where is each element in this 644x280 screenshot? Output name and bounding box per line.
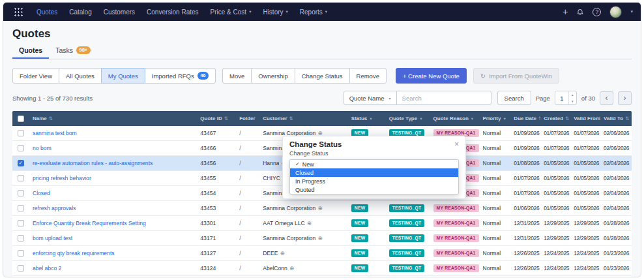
dropdown-option-closed[interactable]: Closed [290, 168, 458, 177]
column-header-name[interactable]: Name⇅ [29, 111, 197, 126]
row-checkbox[interactable]: ✓ [18, 160, 24, 166]
imported-rfqs-button[interactable]: Imported RFQs 46 [145, 68, 216, 84]
globe-icon[interactable]: ⊕ [307, 220, 312, 226]
column-header-valid-to[interactable]: Valid To⇅ [600, 111, 632, 126]
nav-item-reports[interactable]: Reports▾ [294, 3, 333, 21]
table-row[interactable]: abel abco 243124/AbelConn⊕NEWTESTING_QTM… [12, 261, 632, 276]
create-new-quote-button[interactable]: + Create New Quote [396, 68, 467, 84]
globe-icon[interactable]: ⊕ [280, 250, 285, 257]
column-header-customer[interactable]: Customer⇅ [259, 111, 348, 126]
next-page-button[interactable]: › [618, 91, 632, 105]
page-number-box[interactable]: ▴ ▾ [555, 91, 577, 105]
sort-icon[interactable]: ⇅ [224, 116, 228, 121]
dropdown-option-new[interactable]: ✓New [290, 160, 458, 168]
column-header-created[interactable]: Created⇅ [540, 111, 570, 126]
quote-name-link[interactable]: enforcing qty break requirements [33, 250, 115, 257]
row-checkbox[interactable] [18, 145, 24, 151]
quote-name-link[interactable]: pricing refresh behavior [33, 175, 91, 181]
quote-id-cell: 43127 [197, 246, 236, 260]
sort-icon[interactable]: ⇅ [625, 116, 629, 121]
step-up-icon[interactable]: ▴ [569, 91, 576, 98]
nav-item-catalog[interactable]: Catalog [63, 3, 97, 21]
filter-icon[interactable]: ▼ [369, 117, 372, 121]
quote-name-link[interactable]: refresh approvals [33, 205, 76, 211]
import-quotewin-button[interactable]: ↻ Import From QuoteWin [473, 68, 559, 84]
quote-name-link[interactable]: bom upload test [33, 235, 72, 241]
row-checkbox[interactable] [18, 175, 24, 181]
row-checkbox[interactable] [18, 235, 24, 241]
checkbox-cell [12, 171, 29, 185]
table-row[interactable]: bom upload test43171/Sanmina Corporation… [12, 231, 632, 246]
change-status-button[interactable]: Change Status [295, 68, 350, 84]
nav-item-conversion-rates[interactable]: Conversion Rates [141, 3, 204, 21]
globe-icon[interactable]: ⊕ [289, 265, 294, 272]
row-checkbox[interactable] [18, 205, 24, 211]
move-button[interactable]: Move [222, 68, 252, 84]
quote-name-link[interactable]: re-evaluate automation rules - auto-assi… [33, 160, 153, 166]
page-input[interactable] [555, 91, 568, 104]
action-button-group: Move Ownership Change Status Remove [222, 68, 387, 84]
main-nav: QuotesCatalogCustomersConversion RatesPr… [31, 3, 333, 21]
page-stepper[interactable]: ▴ ▾ [568, 91, 576, 104]
row-checkbox[interactable] [18, 250, 24, 257]
nav-item-price-cost[interactable]: Price & Cost▾ [205, 3, 257, 21]
close-icon[interactable]: × [454, 140, 459, 148]
select-all-checkbox[interactable] [18, 116, 24, 122]
globe-icon[interactable]: ⊕ [317, 235, 322, 241]
row-checkbox[interactable] [18, 265, 24, 272]
row-checkbox[interactable] [18, 190, 24, 196]
table-row[interactable]: abel abco 143123/AbelConn⊕NEWTESTING_QTM… [12, 276, 632, 277]
globe-icon[interactable]: ⊕ [317, 205, 322, 211]
column-header-status[interactable]: Status▼ [348, 111, 386, 126]
sort-icon[interactable]: ⇅ [565, 116, 569, 121]
filter-icon[interactable]: ▼ [419, 117, 422, 121]
folder-view-button[interactable]: Folder View [12, 68, 59, 84]
search-input[interactable] [396, 91, 491, 105]
all-quotes-button[interactable]: All Quotes [59, 68, 102, 84]
quote-name-link[interactable]: abel abco 2 [33, 265, 61, 272]
column-header-quote-id[interactable]: Quote ID⇅ [197, 111, 236, 126]
quote-name-link[interactable]: sanmina test bom [33, 130, 77, 136]
add-icon[interactable]: + [563, 7, 568, 17]
avatar[interactable] [609, 6, 622, 18]
column-header-folder[interactable]: Folder [236, 111, 259, 126]
my-quotes-button[interactable]: My Quotes [101, 68, 145, 84]
sort-icon[interactable]: ⇅ [289, 116, 293, 121]
column-header-valid-from[interactable]: Valid From⇅ [570, 111, 600, 126]
quote-type-cell: TESTING_QT [386, 261, 430, 275]
search-button[interactable]: Search [497, 91, 531, 105]
column-header-quote-type[interactable]: Quote Type▼ [386, 111, 430, 126]
column-header-priority[interactable]: Priority▼ [479, 111, 510, 126]
remove-button[interactable]: Remove [349, 68, 387, 84]
notifications-button[interactable] [576, 8, 584, 16]
table-row[interactable]: refresh approvals43453/Sanmina Corporati… [12, 201, 632, 216]
filter-icon[interactable]: ▼ [503, 117, 506, 121]
tab-tasks[interactable]: Tasks98+ [49, 42, 97, 59]
row-checkbox[interactable] [18, 220, 24, 226]
help-button[interactable]: ? [593, 8, 601, 16]
quote-name-link[interactable]: no bom [33, 145, 51, 151]
quote-type-badge: TESTING_QT [389, 264, 425, 272]
sort-icon[interactable]: ⇅ [49, 116, 53, 121]
column-header-quote-reason[interactable]: Quote Reason▼ [430, 111, 480, 126]
tab-quotes[interactable]: Quotes [12, 42, 49, 59]
dropdown-option-quoted[interactable]: Quoted [290, 185, 458, 194]
user-menu-chevron-icon[interactable]: ▾ [630, 9, 633, 14]
ownership-button[interactable]: Ownership [251, 68, 295, 84]
step-down-icon[interactable]: ▾ [569, 98, 576, 104]
search-field-select[interactable]: Quote Name ▾ [344, 91, 397, 105]
nav-item-customers[interactable]: Customers [98, 3, 141, 21]
due-date-cell: 12/31/2025 [510, 231, 540, 245]
quote-name-link[interactable]: Closed [33, 190, 50, 196]
row-checkbox[interactable] [18, 130, 24, 136]
nav-item-history[interactable]: History▾ [257, 3, 293, 21]
quote-name-link[interactable]: Enforce Quantity Break Requirements Sett… [33, 220, 146, 226]
dropdown-option-in-progress[interactable]: In Progress [290, 177, 458, 185]
app-launcher-button[interactable] [11, 5, 25, 19]
table-row[interactable]: enforcing qty break requirements43127/DE… [12, 246, 632, 261]
prev-page-button[interactable]: ‹ [600, 91, 613, 105]
column-header-due-date[interactable]: Due Date⇅ [510, 111, 540, 126]
table-row[interactable]: Enforce Quantity Break Requirements Sett… [12, 216, 632, 231]
nav-item-quotes[interactable]: Quotes [31, 3, 63, 21]
filter-icon[interactable]: ▼ [471, 117, 474, 121]
